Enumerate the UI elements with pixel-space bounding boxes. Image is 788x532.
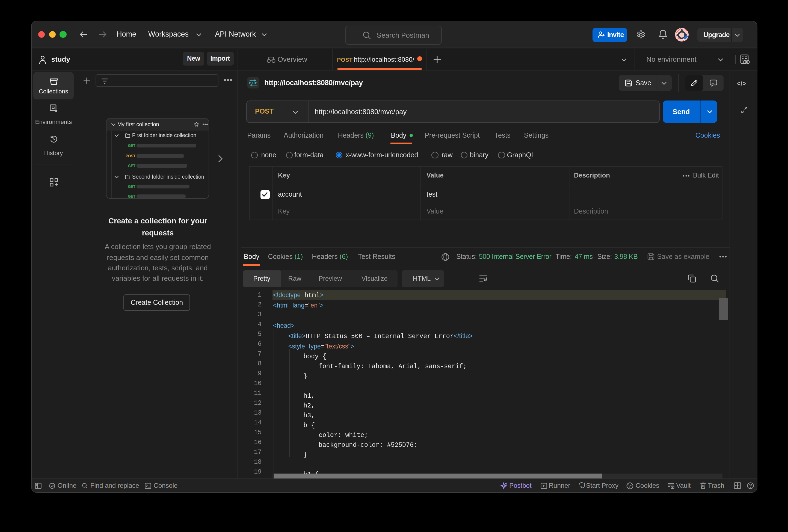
svg-text:HTTP: HTTP [249,81,257,84]
